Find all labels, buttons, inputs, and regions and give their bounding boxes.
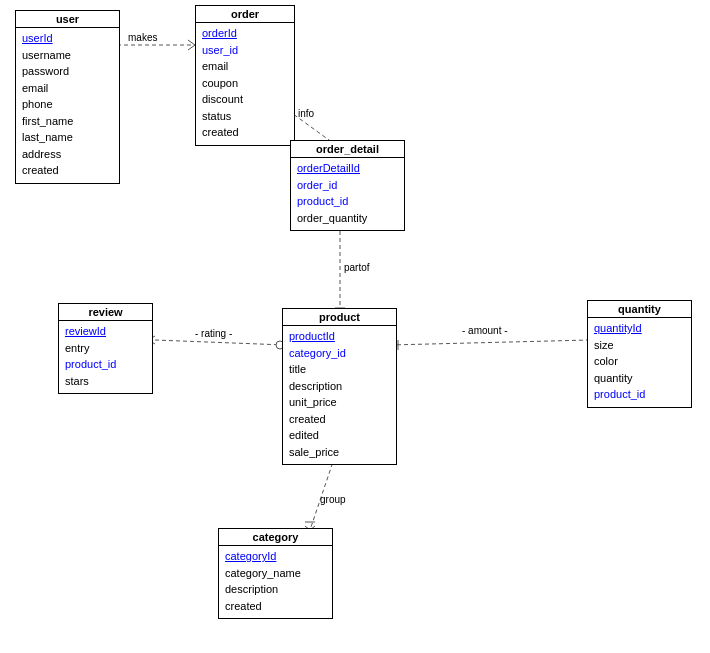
- label-group: group: [320, 494, 346, 505]
- field-password: password: [22, 63, 113, 80]
- field-created: created: [22, 162, 113, 179]
- field-quantityId: quantityId: [594, 320, 685, 337]
- field-categoryId: categoryId: [225, 548, 326, 565]
- field-category-description: description: [225, 581, 326, 598]
- field-reviewId: reviewId: [65, 323, 146, 340]
- field-discount: discount: [202, 91, 288, 108]
- field-last_name: last_name: [22, 129, 113, 146]
- entity-category-body: categoryId category_name description cre…: [219, 546, 332, 618]
- field-unit_price: unit_price: [289, 394, 390, 411]
- field-stars: stars: [65, 373, 146, 390]
- svg-line-2: [188, 45, 195, 50]
- entity-order-detail-body: orderDetailId order_id product_id order_…: [291, 158, 404, 230]
- entity-quantity: quantity quantityId size color quantity …: [587, 300, 692, 408]
- entity-user-title: user: [16, 11, 119, 28]
- field-category_name: category_name: [225, 565, 326, 582]
- entity-review-title: review: [59, 304, 152, 321]
- label-partof: partof: [344, 262, 370, 273]
- field-product_id-qty: product_id: [594, 386, 685, 403]
- entity-order-detail: order_detail orderDetailId order_id prod…: [290, 140, 405, 231]
- entity-user: user userId username password email phon…: [15, 10, 120, 184]
- entity-order-body: orderId user_id email coupon discount st…: [196, 23, 294, 145]
- field-address: address: [22, 146, 113, 163]
- label-makes: makes: [128, 32, 157, 43]
- entity-quantity-body: quantityId size color quantity product_i…: [588, 318, 691, 407]
- label-rating: - rating -: [195, 328, 232, 339]
- field-email: email: [22, 80, 113, 97]
- svg-line-21: [390, 340, 590, 345]
- field-description: description: [289, 378, 390, 395]
- field-order_id: order_id: [297, 177, 398, 194]
- field-category-created: created: [225, 598, 326, 615]
- field-quantity: quantity: [594, 370, 685, 387]
- field-orderDetailId: orderDetailId: [297, 160, 398, 177]
- entity-quantity-title: quantity: [588, 301, 691, 318]
- field-userId: userId: [22, 30, 113, 47]
- field-product_id-od: product_id: [297, 193, 398, 210]
- erd-diagram: makes info partof - rating - - amount - …: [0, 0, 710, 653]
- label-info: info: [298, 108, 314, 119]
- field-sale_price: sale_price: [289, 444, 390, 461]
- entity-category: category categoryId category_name descri…: [218, 528, 333, 619]
- field-coupon: coupon: [202, 75, 288, 92]
- entity-user-body: userId username password email phone fir…: [16, 28, 119, 183]
- field-category_id: category_id: [289, 345, 390, 362]
- entity-order-detail-title: order_detail: [291, 141, 404, 158]
- field-title: title: [289, 361, 390, 378]
- field-order_quantity: order_quantity: [297, 210, 398, 227]
- field-first_name: first_name: [22, 113, 113, 130]
- field-color: color: [594, 353, 685, 370]
- entity-category-title: category: [219, 529, 332, 546]
- entity-order: order orderId user_id email coupon disco…: [195, 5, 295, 146]
- entity-review-body: reviewId entry product_id stars: [59, 321, 152, 393]
- svg-line-15: [155, 340, 285, 345]
- field-productId: productId: [289, 328, 390, 345]
- field-entry: entry: [65, 340, 146, 357]
- field-edited: edited: [289, 427, 390, 444]
- field-order-created: created: [202, 124, 288, 141]
- field-order-email: email: [202, 58, 288, 75]
- svg-line-1: [188, 40, 195, 45]
- entity-review: review reviewId entry product_id stars: [58, 303, 153, 394]
- entity-product: product productId category_id title desc…: [282, 308, 397, 465]
- field-product_id-rv: product_id: [65, 356, 146, 373]
- field-size: size: [594, 337, 685, 354]
- entity-product-body: productId category_id title description …: [283, 326, 396, 464]
- field-product-created: created: [289, 411, 390, 428]
- field-user_id: user_id: [202, 42, 288, 59]
- label-amount: - amount -: [462, 325, 508, 336]
- field-orderId: orderId: [202, 25, 288, 42]
- entity-product-title: product: [283, 309, 396, 326]
- field-status: status: [202, 108, 288, 125]
- field-username: username: [22, 47, 113, 64]
- field-phone: phone: [22, 96, 113, 113]
- entity-order-title: order: [196, 6, 294, 23]
